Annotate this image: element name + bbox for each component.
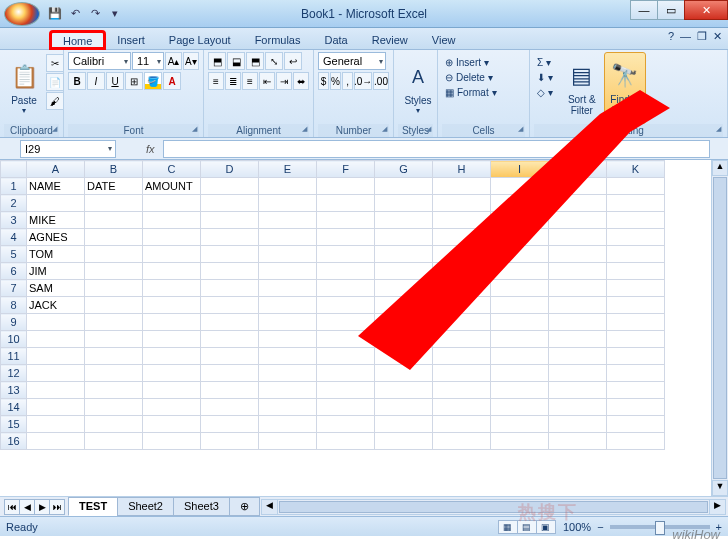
cell-I13[interactable] <box>491 382 549 399</box>
cell-B4[interactable] <box>85 229 143 246</box>
cell-H16[interactable] <box>433 433 491 450</box>
undo-icon[interactable]: ↶ <box>66 5 84 23</box>
cell-A13[interactable] <box>27 382 85 399</box>
cell-E12[interactable] <box>259 365 317 382</box>
cell-K4[interactable] <box>607 229 665 246</box>
font-name-combo[interactable]: Calibri <box>68 52 131 70</box>
col-header-G[interactable]: G <box>375 161 433 178</box>
cell-G6[interactable] <box>375 263 433 280</box>
col-header-F[interactable]: F <box>317 161 375 178</box>
row-header-14[interactable]: 14 <box>1 399 27 416</box>
row-header-4[interactable]: 4 <box>1 229 27 246</box>
tab-data[interactable]: Data <box>312 31 359 49</box>
cell-B8[interactable] <box>85 297 143 314</box>
cell-H9[interactable] <box>433 314 491 331</box>
cell-I12[interactable] <box>491 365 549 382</box>
row-header-12[interactable]: 12 <box>1 365 27 382</box>
cell-J14[interactable] <box>549 399 607 416</box>
cell-G13[interactable] <box>375 382 433 399</box>
comma-format-button[interactable]: , <box>342 72 353 90</box>
tab-review[interactable]: Review <box>360 31 420 49</box>
fx-icon[interactable]: fx <box>146 143 155 155</box>
cell-C1[interactable]: AMOUNT <box>143 178 201 195</box>
cell-G10[interactable] <box>375 331 433 348</box>
cell-H7[interactable] <box>433 280 491 297</box>
font-size-combo[interactable]: 11 <box>132 52 165 70</box>
align-center-button[interactable]: ≣ <box>225 72 241 90</box>
help-icon[interactable]: ? <box>668 30 674 43</box>
cell-E13[interactable] <box>259 382 317 399</box>
cell-E16[interactable] <box>259 433 317 450</box>
cell-A5[interactable]: TOM <box>27 246 85 263</box>
cell-G16[interactable] <box>375 433 433 450</box>
sheet-tab-sheet2[interactable]: Sheet2 <box>117 497 174 516</box>
cell-A16[interactable] <box>27 433 85 450</box>
row-header-10[interactable]: 10 <box>1 331 27 348</box>
cell-J9[interactable] <box>549 314 607 331</box>
cell-I10[interactable] <box>491 331 549 348</box>
cell-A11[interactable] <box>27 348 85 365</box>
row-header-1[interactable]: 1 <box>1 178 27 195</box>
sheet-nav-next[interactable]: ▶ <box>34 499 50 515</box>
sort-filter-button[interactable]: ▤ Sort & Filter <box>562 52 602 124</box>
cell-C13[interactable] <box>143 382 201 399</box>
cell-D14[interactable] <box>201 399 259 416</box>
cell-B7[interactable] <box>85 280 143 297</box>
underline-button[interactable]: U <box>106 72 124 90</box>
cell-B3[interactable] <box>85 212 143 229</box>
row-header-8[interactable]: 8 <box>1 297 27 314</box>
cell-G12[interactable] <box>375 365 433 382</box>
cell-B16[interactable] <box>85 433 143 450</box>
row-header-2[interactable]: 2 <box>1 195 27 212</box>
cell-D7[interactable] <box>201 280 259 297</box>
cell-K14[interactable] <box>607 399 665 416</box>
cell-E1[interactable] <box>259 178 317 195</box>
cell-K9[interactable] <box>607 314 665 331</box>
col-header-K[interactable]: K <box>607 161 665 178</box>
cell-F11[interactable] <box>317 348 375 365</box>
cell-I9[interactable] <box>491 314 549 331</box>
cell-G11[interactable] <box>375 348 433 365</box>
cell-E9[interactable] <box>259 314 317 331</box>
tab-view[interactable]: View <box>420 31 468 49</box>
cell-H5[interactable] <box>433 246 491 263</box>
percent-format-button[interactable]: % <box>330 72 341 90</box>
tab-insert[interactable]: Insert <box>105 31 157 49</box>
cell-K6[interactable] <box>607 263 665 280</box>
row-header-5[interactable]: 5 <box>1 246 27 263</box>
cell-D8[interactable] <box>201 297 259 314</box>
cell-D13[interactable] <box>201 382 259 399</box>
cell-J15[interactable] <box>549 416 607 433</box>
cell-C12[interactable] <box>143 365 201 382</box>
cell-I15[interactable] <box>491 416 549 433</box>
font-color-button[interactable]: A <box>163 72 181 90</box>
format-cells-button[interactable]: ▦Format ▾ <box>442 86 525 99</box>
cell-C10[interactable] <box>143 331 201 348</box>
cell-A9[interactable] <box>27 314 85 331</box>
cell-B14[interactable] <box>85 399 143 416</box>
cell-K13[interactable] <box>607 382 665 399</box>
col-header-H[interactable]: H <box>433 161 491 178</box>
cell-I6[interactable] <box>491 263 549 280</box>
cell-J10[interactable] <box>549 331 607 348</box>
cell-C3[interactable] <box>143 212 201 229</box>
format-painter-button[interactable]: 🖌 <box>46 92 64 110</box>
tab-home[interactable]: Home <box>50 31 105 49</box>
cell-G1[interactable] <box>375 178 433 195</box>
cell-B2[interactable] <box>85 195 143 212</box>
cell-A8[interactable]: JACK <box>27 297 85 314</box>
save-icon[interactable]: 💾 <box>46 5 64 23</box>
cell-F13[interactable] <box>317 382 375 399</box>
tab-formulas[interactable]: Formulas <box>243 31 313 49</box>
cell-A4[interactable]: AGNES <box>27 229 85 246</box>
number-format-combo[interactable]: General <box>318 52 386 70</box>
cell-E6[interactable] <box>259 263 317 280</box>
cell-I7[interactable] <box>491 280 549 297</box>
cell-I4[interactable] <box>491 229 549 246</box>
cell-D16[interactable] <box>201 433 259 450</box>
zoom-out-button[interactable]: − <box>597 521 603 533</box>
sheet-nav-first[interactable]: ⏮ <box>4 499 20 515</box>
vertical-scrollbar[interactable]: ▲▼ <box>711 160 728 496</box>
cut-button[interactable]: ✂ <box>46 54 64 72</box>
cell-A6[interactable]: JIM <box>27 263 85 280</box>
